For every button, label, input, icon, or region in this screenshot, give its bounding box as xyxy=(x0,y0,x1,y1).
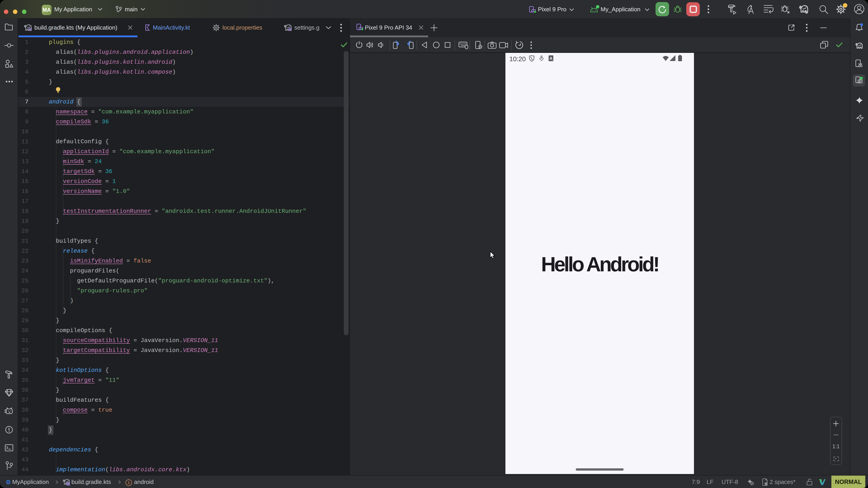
svg-text:A: A xyxy=(550,56,552,61)
svg-text:λ: λ xyxy=(128,480,130,485)
